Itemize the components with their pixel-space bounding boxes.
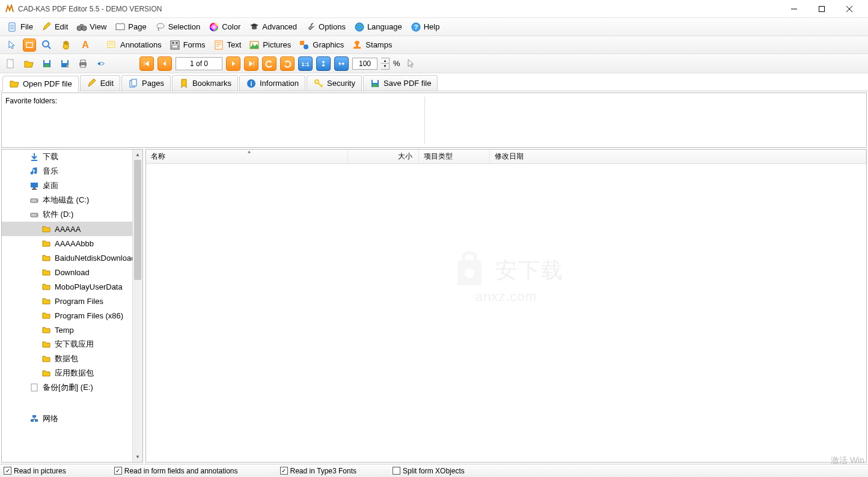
- close-button[interactable]: [836, 0, 863, 18]
- menu-view[interactable]: View: [73, 20, 110, 34]
- tree-item[interactable]: 备份[勿删] (E:): [2, 380, 142, 395]
- tree-scrollbar[interactable]: ▲ ▼: [132, 150, 142, 462]
- pictures-tool[interactable]: Pictures: [246, 38, 293, 52]
- forms-tool[interactable]: Forms: [167, 38, 208, 52]
- book-icon: [115, 22, 126, 32]
- tree-item[interactable]: MoboPlayUserData: [2, 279, 142, 294]
- tree-item[interactable]: 音乐: [2, 164, 142, 178]
- next-page-button[interactable]: [226, 56, 240, 71]
- status-read-type3[interactable]: Read in Type3 Fonts: [280, 467, 357, 475]
- tree-item[interactable]: Download: [2, 265, 142, 279]
- spinner-down-icon[interactable]: ▼: [381, 64, 389, 69]
- export-button[interactable]: [94, 56, 108, 71]
- status-split-xobjects[interactable]: Split form XObjects: [393, 467, 465, 475]
- zoom-input[interactable]: [352, 58, 377, 70]
- menu-file[interactable]: File: [4, 20, 37, 34]
- menu-page[interactable]: Page: [111, 20, 150, 34]
- tree-item[interactable]: 本地磁盘 (C:): [2, 193, 142, 207]
- zoom-spinner[interactable]: ▲▼: [381, 58, 390, 70]
- spinner-up-icon[interactable]: ▲: [381, 58, 389, 64]
- cursor-button[interactable]: [404, 56, 418, 71]
- checkbox-icon[interactable]: [393, 467, 400, 475]
- tree-item[interactable]: BaiduNetdiskDownload: [2, 251, 142, 265]
- scroll-thumb[interactable]: [134, 160, 141, 280]
- folder-icon: [41, 368, 51, 378]
- tab-open-pdf[interactable]: Open PDF file: [2, 76, 79, 91]
- hand-tool[interactable]: [58, 38, 75, 52]
- open-file-button[interactable]: [22, 56, 36, 71]
- tree-network[interactable]: 网络: [2, 412, 142, 426]
- fit-height-button[interactable]: [316, 56, 331, 71]
- first-page-button[interactable]: [139, 56, 154, 71]
- new-file-button[interactable]: [4, 56, 18, 71]
- scroll-down-icon[interactable]: ▼: [133, 452, 142, 462]
- redo-button[interactable]: [280, 56, 295, 71]
- status-read-pictures[interactable]: Read in pictures: [4, 467, 66, 475]
- statusbar: Read in pictures Read in form fields and…: [0, 464, 868, 477]
- folder-icon: [41, 239, 51, 248]
- undo-button[interactable]: [262, 56, 277, 71]
- status-read-forms[interactable]: Read in form fields and annotations: [114, 467, 238, 475]
- column-date[interactable]: 修改日期: [490, 150, 866, 163]
- column-type[interactable]: 项目类型: [419, 150, 490, 163]
- pointer-tool[interactable]: [4, 38, 20, 52]
- prev-page-button[interactable]: [157, 56, 172, 71]
- menu-color[interactable]: Color: [205, 20, 244, 34]
- checkbox-icon[interactable]: [114, 467, 122, 475]
- tree-item[interactable]: 下载: [2, 150, 142, 164]
- menu-advanced[interactable]: Advanced: [245, 20, 301, 34]
- tab-information[interactable]: iInformation: [239, 75, 305, 91]
- tree-item[interactable]: Program Files (x86): [2, 308, 142, 323]
- maximize-button[interactable]: [808, 0, 836, 18]
- tree-item[interactable]: 安下载应用: [2, 337, 142, 351]
- menu-options[interactable]: Options: [302, 20, 349, 34]
- menu-language[interactable]: Language: [350, 20, 406, 34]
- tree-item[interactable]: AAAAAbbb: [2, 236, 142, 251]
- tree-item[interactable]: 软件 (D:): [2, 207, 142, 222]
- tab-security[interactable]: Security: [307, 75, 362, 91]
- svg-rect-20: [108, 41, 115, 47]
- binoculars-icon: [76, 22, 87, 32]
- tree-item[interactable]: Program Files: [2, 294, 142, 308]
- rectangle-tool[interactable]: [23, 38, 36, 52]
- tree-item[interactable]: 桌面: [2, 178, 142, 193]
- zoom-tool[interactable]: [38, 38, 55, 52]
- tree-item[interactable]: 应用数据包: [2, 366, 142, 380]
- actual-size-button[interactable]: 1:1: [298, 56, 313, 71]
- svg-point-8: [77, 26, 82, 31]
- scroll-up-icon[interactable]: ▲: [133, 150, 142, 160]
- tab-save-pdf[interactable]: Save PDF file: [363, 75, 438, 91]
- tree-item[interactable]: AAAAA: [2, 222, 142, 236]
- tab-bookmarks[interactable]: Bookmarks: [172, 75, 238, 91]
- tab-pages[interactable]: Pages: [121, 75, 171, 91]
- stamps-tool[interactable]: Stamps: [349, 38, 394, 52]
- column-name[interactable]: ▲名称: [146, 150, 348, 163]
- minimize-button[interactable]: [780, 0, 808, 18]
- checkbox-icon[interactable]: [4, 467, 11, 475]
- menu-edit[interactable]: Edit: [38, 20, 72, 34]
- content-area: Favorite folders: 下载音乐桌面本地磁盘 (C:)软件 (D:)…: [0, 91, 868, 464]
- text-tool[interactable]: A: [77, 38, 94, 52]
- fit-width-button[interactable]: [334, 56, 349, 71]
- svg-point-37: [355, 41, 359, 44]
- graphics-tool[interactable]: Graphics: [296, 38, 346, 52]
- svg-rect-43: [63, 60, 67, 63]
- annotations-tool[interactable]: Annotations: [103, 38, 164, 52]
- tree-item[interactable]: 数据包: [2, 351, 142, 366]
- checkbox-icon[interactable]: [280, 467, 288, 475]
- stamp-icon: [351, 39, 363, 51]
- tools-toolbar: A Annotations Forms Text Pictures Graphi…: [0, 36, 868, 54]
- column-size[interactable]: 大小: [348, 150, 419, 163]
- print-button[interactable]: [76, 56, 90, 71]
- folder-tree[interactable]: 下载音乐桌面本地磁盘 (C:)软件 (D:)AAAAAAAAAAbbbBaidu…: [1, 149, 143, 463]
- shapes-icon: [298, 39, 310, 51]
- text-section-tool[interactable]: Text: [210, 38, 244, 52]
- save-as-button[interactable]: [58, 56, 72, 71]
- menu-selection[interactable]: Selection: [151, 20, 204, 34]
- menu-help[interactable]: ?Help: [407, 20, 444, 34]
- save-button[interactable]: [40, 56, 54, 71]
- last-page-button[interactable]: [244, 56, 258, 71]
- tree-item[interactable]: Temp: [2, 323, 142, 337]
- tab-edit[interactable]: Edit: [80, 75, 120, 91]
- page-number-input[interactable]: [176, 57, 222, 70]
